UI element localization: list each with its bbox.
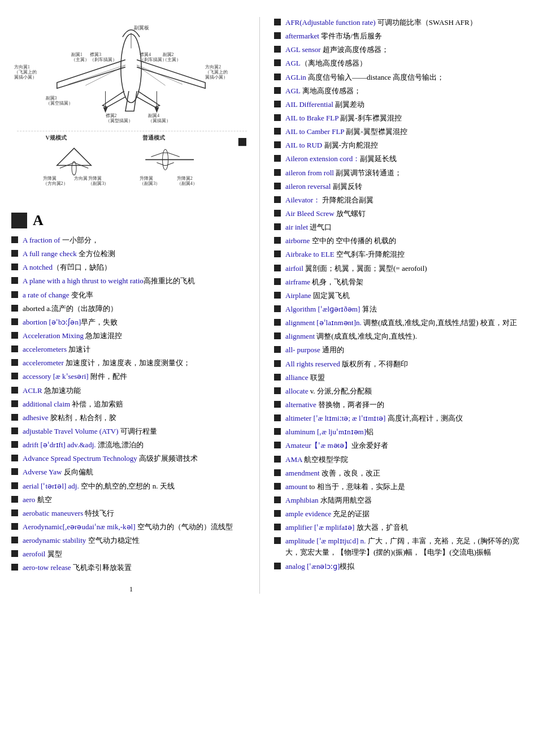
bullet-icon — [11, 318, 18, 325]
bullet-icon — [274, 524, 281, 530]
list-item: AIL to RUD 副翼-方向舵混控 — [274, 140, 523, 151]
list-item: AMA 航空模型学院 — [274, 454, 523, 465]
list-item: AGLin 高度信号输入——distance 高度信号输出； — [274, 72, 523, 83]
svg-text:方向翼2: 方向翼2 — [205, 64, 221, 70]
bullet-icon — [274, 46, 281, 53]
list-item: accelerometers 加速计 — [11, 344, 251, 355]
list-item: alternative 替换物，两者择一的 — [274, 399, 523, 411]
svg-text:襟翼3: 襟翼3 — [90, 52, 101, 57]
diagram-svg: 副翼板 方向翼1 （飞翼上的 翼搞小翼） 副翼3 （翼空搞翼） 副翼1 （主翼）… — [11, 17, 251, 200]
list-item: Airplane 固定翼飞机 — [274, 290, 523, 301]
svg-text:（飞翼上的: （飞翼上的 — [205, 70, 228, 75]
svg-line-1 — [68, 65, 125, 84]
bullet-icon — [11, 305, 18, 312]
list-item: ample evidence 充足的证据 — [274, 508, 523, 520]
bullet-icon — [274, 278, 281, 285]
svg-text:普通模式: 普通模式 — [142, 134, 166, 141]
svg-text:升降翼: 升降翼 — [88, 176, 102, 181]
section-a-header: A — [11, 212, 251, 229]
bullet-icon — [274, 360, 281, 367]
list-item: AGL（离地高度传感器） — [274, 58, 523, 69]
list-item: AGL 离地高度传感器； — [274, 85, 523, 97]
bullet-icon — [11, 277, 18, 284]
list-item: aero 航空 — [11, 494, 251, 506]
list-item: aileron reversal 副翼反转 — [274, 181, 523, 192]
svg-line-2 — [85, 66, 125, 85]
bullet-icon — [274, 510, 281, 517]
list-item: Amphibian 水陆两用航空器 — [274, 495, 523, 506]
bullet-icon — [274, 563, 281, 569]
bullet-icon — [274, 210, 281, 217]
bullet-icon — [274, 101, 281, 107]
rudder-tab-label: 副翼板 — [134, 25, 149, 31]
svg-rect-44 — [238, 138, 246, 146]
svg-text:（方向翼2）: （方向翼2） — [43, 181, 68, 186]
bullet-icon — [11, 332, 18, 339]
svg-marker-29 — [154, 107, 159, 113]
bullet-icon — [274, 141, 281, 148]
bullet-icon — [11, 564, 18, 571]
bullet-icon — [274, 155, 281, 162]
list-item: alignment 调整(成直线,准线,定向,直线性). — [274, 331, 523, 342]
page-number: 1 — [11, 585, 251, 594]
list-item: A notched（有凹口，缺陷） — [11, 262, 251, 273]
list-item: aerofoil 翼型 — [11, 548, 251, 560]
list-item: aerodynamic stability 空气动力稳定性 — [11, 535, 251, 546]
svg-text:（副翼4）: （副翼4） — [177, 181, 197, 186]
list-item: alignment [əˈlaɪnmənt]n. 调整(成直线,准线,定向,直线… — [274, 317, 523, 329]
svg-text:方向翼1: 方向翼1 — [14, 64, 30, 70]
list-item: A full range check 全方位检测 — [11, 248, 251, 260]
list-item: Air Bleed Screw 放气螺钉 — [274, 208, 523, 219]
bullet-icon — [11, 263, 18, 270]
list-item: accessory [æ kˈsesəri] 附件，配件 — [11, 371, 251, 382]
bullet-icon — [11, 523, 18, 530]
bullet-icon — [11, 387, 18, 394]
list-item: Airbrake to ELE 空气刹车-升降舵混控 — [274, 249, 523, 260]
list-item: aerial [ˈtərɪəl] adj. 空中的,航空的,空想的 n. 天线 — [11, 481, 251, 492]
svg-text:副翼1: 副翼1 — [71, 52, 83, 57]
bullet-icon — [11, 400, 18, 407]
bullet-icon — [274, 374, 281, 381]
section-letter: A — [33, 212, 44, 229]
left-column: 副翼板 方向翼1 （飞翼上的 翼搞小翼） 副翼3 （翼空搞翼） 副翼1 （主翼）… — [11, 17, 260, 594]
list-item: amount to 相当于，意味着，实际上是 — [274, 481, 523, 493]
list-item: Aerodynamic[,eərəudaiˈnæ mik,-kəl] 空气动力的… — [11, 521, 251, 533]
bullet-icon — [11, 250, 18, 257]
bullet-icon — [274, 305, 281, 312]
list-item: amendment 改善，改良，改正 — [274, 468, 523, 479]
svg-text:方向翼: 方向翼 — [74, 176, 88, 181]
bullet-icon — [274, 319, 281, 326]
list-item: aluminum [ˌæ ljuˈmɪnɪəm]铝 — [274, 426, 523, 438]
bullet-icon — [274, 250, 281, 257]
bullet-icon — [274, 401, 281, 408]
bullet-icon — [11, 345, 18, 352]
list-item: airborne 空中的 空中传播的 机载的 — [274, 235, 523, 247]
bullet-icon — [274, 483, 281, 490]
list-item: ACLR 急加速功能 — [11, 385, 251, 396]
bullet-icon — [274, 469, 281, 476]
bullet-icon — [274, 537, 281, 544]
list-item: A plane with a high thrust to weight rat… — [11, 275, 251, 287]
list-item: air inlet 进气口 — [274, 222, 523, 233]
list-item: alliance 联盟 — [274, 372, 523, 383]
list-item: Adverse Yaw 反向偏航 — [11, 466, 251, 478]
bullet-icon — [274, 428, 281, 435]
bullet-icon — [11, 441, 18, 448]
list-item: allocate v. 分派,分配,分配额 — [274, 386, 523, 397]
svg-marker-27 — [103, 107, 108, 113]
bullet-icon — [274, 169, 281, 176]
list-item: AIL to Brake FLP 副翼-刹车襟翼混控 — [274, 113, 523, 124]
svg-text:翼搞小翼）: 翼搞小翼） — [14, 75, 37, 80]
svg-text:（刹车搞翼）: （刹车搞翼） — [90, 57, 117, 62]
list-item: analog [ˈænəlɔːɡ]模拟 — [274, 561, 523, 572]
bullet-icon — [274, 442, 281, 448]
bullet-icon — [274, 414, 281, 421]
bullet-icon — [11, 509, 18, 516]
svg-text:（翼型搞翼）: （翼型搞翼） — [106, 118, 133, 123]
list-item: adhesive 胶粘剂，粘合剂，胶 — [11, 412, 251, 424]
list-item: additional claim 补偿，追加索赔 — [11, 399, 251, 410]
bullet-icon — [274, 32, 281, 39]
list-item: aero-tow release 飞机牵引释放装置 — [11, 562, 251, 573]
list-item: all- purpose 通用的 — [274, 344, 523, 356]
bullet-icon — [11, 550, 18, 557]
